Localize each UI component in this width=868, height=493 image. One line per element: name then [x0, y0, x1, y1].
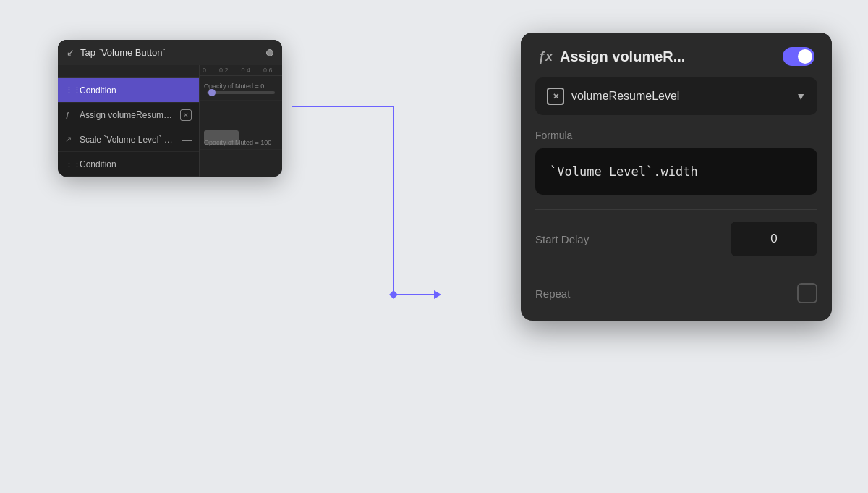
- panel-header: ↙ Tap `Volume Button`: [58, 40, 282, 65]
- scale-icon: ↗: [65, 135, 75, 144]
- condition-row-1[interactable]: ⋮⋮ Condition: [58, 78, 199, 103]
- track-ruler: 0 0.2 0.4 0.6: [200, 65, 282, 76]
- svg-marker-0: [434, 290, 441, 299]
- left-animation-panel: ↙ Tap `Volume Button` ⋮⋮ Condition ƒ Ass…: [58, 40, 282, 177]
- divider-1: [535, 209, 817, 210]
- fx-icon: ƒx: [538, 49, 553, 64]
- track-scale: Opacity of Muted = 100: [200, 125, 282, 150]
- formula-box[interactable]: `Volume Level`.width: [535, 148, 817, 195]
- start-delay-section: Start Delay 0: [521, 222, 832, 271]
- tap-icon: ↙: [67, 47, 75, 58]
- panel-title: Assign volumeR...: [560, 49, 775, 65]
- condition-icon-2: ⋮⋮: [65, 159, 75, 169]
- right-panel-header: ƒx Assign volumeR...: [521, 33, 832, 77]
- repeat-section: Repeat: [521, 283, 832, 321]
- track-condition-1: Opacity of Muted = 0: [200, 76, 282, 101]
- connector-line: [292, 106, 457, 303]
- assign-row[interactable]: ƒ Assign volumeResumeL... ✕: [58, 103, 199, 127]
- scale-row[interactable]: ↗ Scale `Volume Level` → ... —: [58, 127, 199, 152]
- timeline-track: 0 0.2 0.4 0.6 Opacity of Muted = 0: [199, 65, 282, 177]
- timeline-labels: ⋮⋮ Condition ƒ Assign volumeResumeL... ✕…: [58, 65, 199, 177]
- svg-marker-1: [389, 290, 398, 299]
- assign-badge: ✕: [180, 109, 192, 121]
- track-content: Opacity of Muted = 0 Opacity of Muted = …: [200, 76, 282, 174]
- variable-name: volumeResumeLevel: [571, 90, 788, 103]
- ruler-mark-2: 0.4: [242, 67, 251, 74]
- repeat-checkbox[interactable]: [797, 283, 817, 303]
- repeat-label: Repeat: [535, 287, 788, 300]
- timeline-area: ⋮⋮ Condition ƒ Assign volumeResumeL... ✕…: [58, 65, 282, 177]
- ruler-mark-1: 0.2: [219, 67, 229, 74]
- assign-icon: ƒ: [65, 111, 75, 119]
- ruler-mark-0: 0: [203, 67, 206, 74]
- track-condition-2: [200, 150, 282, 174]
- start-delay-label: Start Delay: [535, 233, 722, 245]
- scale-label: Scale `Volume Level` → ...: [80, 135, 177, 145]
- condition-row-2[interactable]: ⋮⋮ Condition: [58, 152, 199, 177]
- divider-2: [535, 271, 817, 271]
- opacity-bottom-label: Opacity of Muted = 100: [204, 139, 271, 146]
- scale-minus: —: [182, 134, 192, 146]
- track-assign: [200, 101, 282, 125]
- formula-label: Formula: [535, 130, 817, 141]
- condition-icon-1: ⋮⋮: [65, 85, 75, 95]
- toggle-knob: [798, 49, 812, 64]
- toggle-switch[interactable]: [783, 47, 814, 66]
- slider-track-top[interactable]: [207, 91, 275, 94]
- header-dot: [266, 49, 273, 56]
- dropdown-arrow-icon[interactable]: ▼: [796, 90, 806, 102]
- right-panel: ƒx Assign volumeR... ✕ volumeResumeLevel…: [521, 33, 832, 321]
- formula-section: Formula `Volume Level`.width: [521, 130, 832, 209]
- panel-header-title: Tap `Volume Button`: [80, 47, 260, 58]
- variable-icon: ✕: [547, 88, 564, 105]
- assign-label: Assign volumeResumeL...: [80, 110, 176, 120]
- ruler-mark-3: 0.6: [263, 67, 273, 74]
- start-delay-input[interactable]: 0: [731, 222, 817, 256]
- opacity-top-label: Opacity of Muted = 0: [204, 83, 278, 90]
- condition-label-1: Condition: [80, 85, 192, 96]
- condition-label-2: Condition: [80, 159, 192, 169]
- variable-selector[interactable]: ✕ volumeResumeLevel ▼: [535, 77, 817, 115]
- slider-thumb-top[interactable]: [208, 89, 216, 96]
